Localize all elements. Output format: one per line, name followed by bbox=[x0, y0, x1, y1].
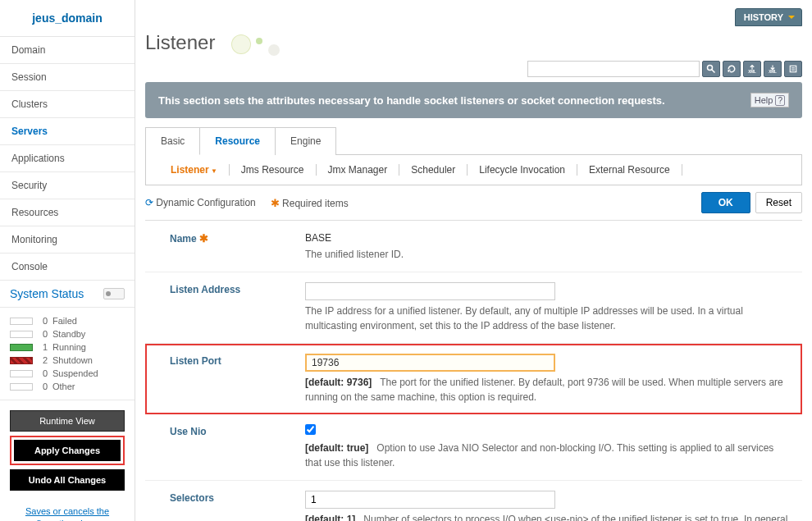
listen-address-desc: The IP address for a unified listener. B… bbox=[305, 304, 792, 333]
nav-item-session[interactable]: Session bbox=[0, 64, 135, 91]
selectors-input[interactable] bbox=[305, 491, 555, 509]
history-button[interactable]: HISTORY bbox=[735, 8, 802, 26]
status-label: Other bbox=[52, 382, 75, 391]
nav-item-security[interactable]: Security bbox=[0, 172, 135, 199]
use-nio-default: [default: true] bbox=[305, 442, 368, 454]
status-row-other: 0Other bbox=[10, 380, 125, 393]
name-desc: The unified listener ID. bbox=[305, 247, 792, 262]
xml-upload-icon[interactable]: XML bbox=[743, 61, 761, 77]
name-label: Name bbox=[170, 233, 197, 245]
nav-item-domain[interactable]: Domain bbox=[0, 37, 135, 64]
status-bar-icon bbox=[10, 318, 33, 325]
dynamic-config-icon: ⟳ bbox=[145, 197, 153, 208]
undo-all-changes-button[interactable]: Undo All Changes bbox=[10, 469, 125, 491]
subtab-listener[interactable]: Listener bbox=[159, 164, 230, 176]
dynamic-config-label: Dynamic Configuration bbox=[156, 197, 255, 208]
nav-item-applications[interactable]: Applications bbox=[0, 145, 135, 172]
status-bar-icon bbox=[10, 344, 33, 351]
listen-port-label: Listen Port bbox=[170, 354, 305, 404]
status-count: 0 bbox=[38, 368, 48, 378]
banner-text: This section sets the attributes necessa… bbox=[158, 94, 665, 107]
status-bar-icon bbox=[10, 370, 33, 377]
selectors-desc: Number of selectors to process I/O when … bbox=[305, 514, 791, 521]
nav-list: DomainSessionClustersServersApplications… bbox=[0, 37, 135, 281]
main-tabs: BasicResourceEngine bbox=[145, 126, 802, 155]
nav-item-clusters[interactable]: Clusters bbox=[0, 91, 135, 118]
status-count: 0 bbox=[38, 382, 48, 391]
refresh-icon[interactable] bbox=[723, 61, 741, 77]
status-row-suspended: 0Suspended bbox=[10, 367, 125, 380]
sub-tabs: ListenerJms ResourceJmx ManagerScheduler… bbox=[145, 155, 802, 185]
selectors-default: [default: 1] bbox=[305, 514, 355, 521]
subtab-external-resource[interactable]: External Resource bbox=[577, 164, 682, 176]
listen-port-default: [default: 9736] bbox=[305, 377, 372, 388]
status-toggle-icon[interactable] bbox=[103, 288, 125, 299]
svg-point-0 bbox=[708, 66, 713, 71]
help-button[interactable]: Help ? bbox=[750, 93, 789, 107]
listen-port-input[interactable] bbox=[305, 354, 555, 372]
status-count: 0 bbox=[38, 329, 48, 339]
use-nio-checkbox[interactable] bbox=[305, 424, 316, 435]
save-note-link[interactable]: Saves or cancels the configuration chang… bbox=[0, 500, 135, 521]
status-bar-icon bbox=[10, 357, 33, 364]
history-log-icon[interactable] bbox=[784, 61, 802, 77]
use-nio-desc: Option to use Java NIO Selector and non-… bbox=[305, 442, 773, 468]
subtab-jms-resource[interactable]: Jms Resource bbox=[230, 164, 317, 176]
status-row-failed: 0Failed bbox=[10, 314, 125, 327]
use-nio-label: Use Nio bbox=[170, 424, 305, 470]
status-row-shutdown: 2Shutdown bbox=[10, 354, 125, 367]
name-value: BASE bbox=[305, 231, 792, 245]
listen-address-input[interactable] bbox=[305, 282, 555, 300]
subtab-scheduler[interactable]: Scheduler bbox=[399, 164, 468, 176]
nav-item-monitoring[interactable]: Monitoring bbox=[0, 226, 135, 254]
search-icon[interactable] bbox=[702, 61, 720, 77]
apply-changes-button[interactable]: Apply Changes bbox=[14, 440, 121, 461]
svg-line-1 bbox=[712, 70, 715, 73]
tab-engine[interactable]: Engine bbox=[275, 127, 336, 155]
subtab-lifecycle-invocation[interactable]: Lifecycle Invocation bbox=[468, 164, 577, 176]
domain-link[interactable]: jeus_domain bbox=[32, 11, 103, 25]
info-banner: This section sets the attributes necessa… bbox=[145, 82, 802, 118]
status-label: Running bbox=[52, 342, 86, 352]
status-label: Standby bbox=[52, 329, 85, 339]
required-marker-icon: ✱ bbox=[271, 197, 280, 209]
nav-item-console[interactable]: Console bbox=[0, 254, 135, 281]
subtab-jmx-manager[interactable]: Jmx Manager bbox=[317, 164, 400, 176]
listen-port-desc: The port for the unified listener. By de… bbox=[305, 377, 783, 403]
svg-text:XML: XML bbox=[769, 70, 777, 74]
ok-button[interactable]: OK bbox=[701, 192, 750, 213]
selectors-label: Selectors bbox=[170, 491, 305, 521]
system-status-title: System Status bbox=[10, 287, 84, 300]
status-bar-icon bbox=[10, 331, 33, 338]
required-items-label: Required items bbox=[282, 198, 349, 209]
tab-basic[interactable]: Basic bbox=[145, 127, 200, 155]
xml-download-icon[interactable]: XML bbox=[764, 61, 782, 77]
listen-address-label: Listen Address bbox=[170, 282, 305, 333]
system-status-header: System Status bbox=[0, 281, 135, 308]
status-label: Failed bbox=[52, 316, 77, 326]
runtime-view-button[interactable]: Runtime View bbox=[10, 410, 125, 432]
tab-resource[interactable]: Resource bbox=[199, 127, 276, 155]
status-list: 0Failed0Standby1Running2Shutdown0Suspend… bbox=[0, 308, 135, 400]
svg-text:XML: XML bbox=[748, 70, 756, 74]
decorative-circles bbox=[231, 31, 313, 56]
required-marker-icon: ✱ bbox=[199, 232, 208, 245]
search-input[interactable] bbox=[527, 61, 700, 77]
status-label: Shutdown bbox=[52, 355, 93, 365]
status-row-standby: 0Standby bbox=[10, 327, 125, 340]
status-bar-icon bbox=[10, 383, 33, 391]
reset-button[interactable]: Reset bbox=[755, 192, 802, 213]
status-count: 2 bbox=[38, 355, 48, 365]
status-count: 0 bbox=[38, 316, 48, 326]
nav-item-servers[interactable]: Servers bbox=[0, 118, 135, 145]
status-label: Suspended bbox=[52, 368, 98, 378]
page-title: Listener bbox=[145, 31, 215, 54]
nav-item-resources[interactable]: Resources bbox=[0, 199, 135, 226]
status-count: 1 bbox=[38, 342, 48, 352]
status-row-running: 1Running bbox=[10, 340, 125, 354]
